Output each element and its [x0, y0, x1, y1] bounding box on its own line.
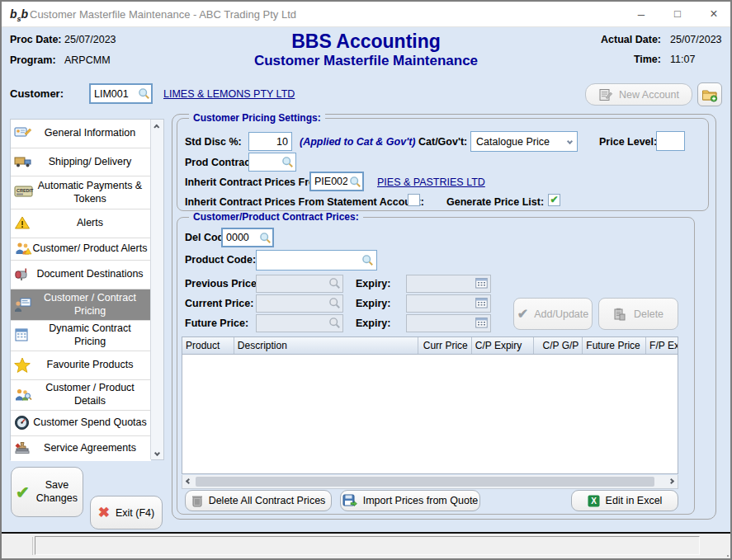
previous-expiry-calendar-icon[interactable] — [475, 277, 488, 292]
grid-body-empty — [182, 355, 678, 474]
folder-add-icon — [701, 87, 718, 102]
grid-col-product: Product — [182, 337, 234, 354]
scroll-left-icon[interactable] — [186, 478, 191, 484]
chevron-down-icon — [567, 139, 573, 144]
customer-name-link[interactable]: LIMES & LEMONS PTY LTD — [163, 88, 295, 100]
excel-icon: X — [588, 495, 600, 507]
maximize-button[interactable]: □ — [661, 2, 694, 27]
resize-grip[interactable] — [724, 552, 725, 553]
close-button[interactable]: × — [697, 2, 730, 27]
sidebar: General Information Shipping/ Delivery C… — [10, 119, 164, 460]
actual-date-label: Actual Date: — [601, 34, 661, 45]
previous-price-search-icon[interactable] — [328, 277, 341, 293]
future-expiry-label: Expiry: — [356, 318, 390, 329]
sidebar-item-favourite-products[interactable]: Favourite Products — [11, 351, 151, 380]
previous-price-label: Previous Price: — [185, 278, 260, 289]
exit-button[interactable]: ✖ Exit (F4) — [90, 496, 163, 529]
import-disk-icon — [342, 494, 357, 507]
prod-contract-search-icon[interactable] — [281, 156, 294, 172]
scroll-right-icon[interactable] — [668, 478, 674, 484]
cat-govt-label: Cat/Gov't: — [418, 136, 467, 148]
customer-label: Customer: — [10, 87, 64, 100]
delete-label: Delete — [634, 308, 664, 320]
mailbox-icon — [14, 266, 34, 283]
delete-button[interactable]: Delete — [598, 298, 678, 330]
current-expiry-label: Expiry: — [356, 298, 390, 309]
add-update-check-icon: ✔ — [517, 306, 528, 322]
add-update-button[interactable]: ✔ Add/Update — [513, 298, 593, 330]
generate-price-list-check-glyph: ✔ — [550, 194, 558, 205]
sidebar-item-customer-contract-pricing[interactable]: Customer / Contract Pricing — [11, 289, 151, 321]
scroll-down-icon[interactable] — [151, 446, 163, 459]
import-prices-from-quote-button[interactable]: Import Prices from Quote — [340, 490, 480, 511]
sidebar-item-customer-spend-quotas[interactable]: Customer Spend Quotas — [11, 411, 151, 436]
grid-col-cp-expiry: C/P Expiry — [472, 337, 534, 354]
sidebar-item-dynamic-contract-pricing[interactable]: Dynamic Contract Pricing — [11, 321, 151, 351]
product-code-input[interactable] — [256, 250, 377, 271]
del-code-search-icon[interactable] — [259, 232, 272, 247]
svg-text:CREDIT: CREDIT — [17, 187, 34, 192]
window-title: Customer Masterfile Maintenance - ABC Tr… — [30, 8, 296, 21]
price-level-input[interactable] — [656, 131, 685, 151]
grid-col-fp-expiry: F/P Ex — [646, 337, 678, 354]
exit-label: Exit (F4) — [116, 507, 154, 519]
title-bar: bsb Customer Masterfile Maintenance - AB… — [2, 2, 730, 27]
product-code-search-icon[interactable] — [361, 254, 374, 270]
std-disc-label: Std Disc %: — [185, 136, 242, 148]
status-cell-left — [5, 537, 33, 555]
open-account-folder-button[interactable] — [697, 82, 722, 106]
contract-prices-title: Customer/Product Contract Prices: — [189, 211, 363, 223]
future-expiry-calendar-icon[interactable] — [475, 317, 488, 332]
sidebar-item-shipping-delivery[interactable]: Shipping/ Delivery — [11, 148, 151, 176]
sidebar-item-service-agreements[interactable]: Service Agreements — [11, 436, 151, 461]
app-logo-icon: bsb — [10, 6, 26, 22]
sidebar-item-alerts[interactable]: Alerts — [11, 209, 151, 238]
sidebar-item-general-information[interactable]: General Information — [11, 120, 151, 148]
sidebar-item-customer-product-alerts[interactable]: Customer/ Product Alerts — [11, 238, 151, 261]
inherit-account-link[interactable]: PIES & PASTRIES LTD — [377, 176, 485, 188]
edit-in-excel-button[interactable]: X Edit in Excel — [571, 490, 678, 511]
time-label: Time: — [634, 54, 661, 65]
generate-price-list-label: Generate Price List: — [446, 196, 544, 208]
gauge-icon — [14, 415, 34, 431]
scroll-up-icon[interactable] — [151, 120, 163, 133]
credit-card-icon: CREDIT — [14, 185, 34, 201]
grid-horizontal-scrollbar[interactable] — [182, 475, 678, 489]
contract-prices-grid: Product Description Curr Price C/P Expir… — [182, 336, 678, 474]
generate-price-list-checkbox[interactable]: ✔ — [548, 194, 560, 206]
future-price-search-icon[interactable] — [328, 317, 341, 332]
current-expiry-calendar-icon[interactable] — [475, 297, 488, 312]
grid-col-description: Description — [234, 337, 418, 354]
current-price-search-icon[interactable] — [328, 297, 341, 313]
warning-triangle-icon — [14, 215, 34, 232]
add-update-label: Add/Update — [534, 308, 588, 320]
save-changes-button[interactable]: ✔ Save Changes — [11, 467, 83, 517]
exit-x-icon: ✖ — [98, 504, 110, 521]
calculator-grid-icon — [14, 327, 34, 344]
sidebar-item-customer-product-details[interactable]: Customer / Product Details — [11, 380, 151, 411]
sidebar-scrollbar[interactable] — [150, 120, 163, 459]
inherit-statement-label: Inherit Contract Prices From Statement A… — [185, 196, 424, 208]
previous-expiry-label: Expiry: — [356, 278, 390, 289]
trash-bin-icon — [191, 494, 203, 507]
truck-icon — [14, 154, 34, 171]
customer-search-icon[interactable] — [138, 87, 150, 103]
inherit-statement-checkbox[interactable] — [408, 194, 420, 206]
grid-scrollbar-thumb[interactable] — [196, 477, 654, 487]
grid-header-row: Product Description Curr Price C/P Expir… — [182, 336, 678, 355]
cat-govt-select[interactable]: Catalogue Price — [470, 131, 578, 152]
sidebar-item-document-destinations[interactable]: Document Destinations — [11, 261, 151, 289]
cat-govt-value: Catalogue Price — [476, 136, 568, 148]
price-level-label: Price Level: — [599, 136, 657, 148]
people-warning-icon — [14, 241, 34, 257]
std-disc-input[interactable] — [248, 132, 292, 151]
save-check-icon: ✔ — [16, 482, 30, 502]
inherit-contract-search-icon[interactable] — [349, 176, 361, 191]
app-window: bsb Customer Masterfile Maintenance - AB… — [0, 0, 732, 560]
new-account-button[interactable]: New Account — [585, 83, 692, 106]
prod-contract-label: Prod Contract: — [185, 157, 257, 168]
minimize-button[interactable]: – — [625, 2, 658, 27]
sidebar-item-automatic-payments[interactable]: CREDIT Automatic Payments & Tokens — [11, 176, 151, 209]
screen-title: Customer Masterfile Maintenance — [2, 53, 730, 69]
delete-all-contract-prices-button[interactable]: Delete All Contract Prices — [185, 490, 332, 511]
